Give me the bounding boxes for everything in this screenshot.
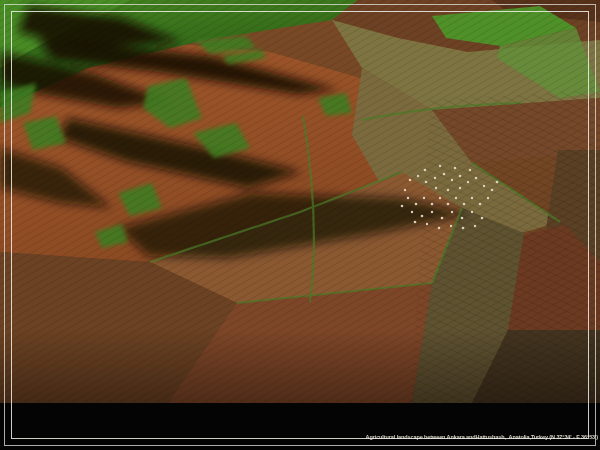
caption-title: Agricultural landscape between Ankara an… bbox=[366, 434, 598, 441]
aerial-photo bbox=[0, 0, 600, 403]
wallpaper: Agricultural landscape between Ankara an… bbox=[0, 0, 600, 450]
photo-caption: Agricultural landscape between Ankara an… bbox=[366, 398, 598, 450]
